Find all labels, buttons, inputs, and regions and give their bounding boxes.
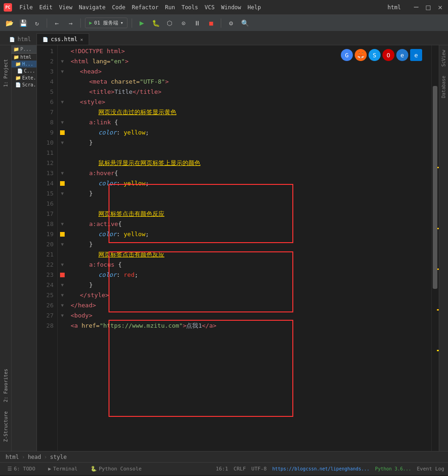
menu-vcs[interactable]: VCS (205, 4, 215, 11)
browser-icons: G 🦊 S O e e (341, 49, 422, 61)
close-button[interactable]: ✕ (436, 3, 444, 12)
tree-item-h[interactable]: 📁H... (12, 61, 36, 67)
project-dropdown[interactable]: ▶ 01 服务端 ▾ (85, 18, 127, 28)
code-line-11 (71, 148, 431, 158)
code-editor[interactable]: G 🦊 S O e e 1 2 3 4 5 6 7 8 9 (37, 45, 431, 451)
menu-help[interactable]: Help (248, 4, 261, 11)
code-line-28: <a href="https://www.mzitu.com">点我1</a> (71, 321, 431, 331)
event-log[interactable]: Event Log (417, 466, 444, 472)
gutter-8[interactable]: ▼ (58, 117, 67, 128)
terminal-tab[interactable]: ▶ Terminal (44, 464, 81, 473)
breadcrumb-head[interactable]: head (28, 454, 41, 460)
code-line-6: <style> (71, 97, 431, 107)
ln-17: 17 (37, 209, 54, 219)
profile-button[interactable]: ⊙ (178, 18, 189, 29)
save-button[interactable]: 💾 (18, 18, 29, 29)
sidebar-project-tab[interactable]: 1: Project (2, 55, 9, 92)
menu-window[interactable]: Window (221, 4, 241, 11)
project-panel: 📁 P... 📁html 📁H... 📄C... 📁Exte... 📄Scra.… (12, 45, 37, 451)
gutter: ▼ ▼ ▼ ▼ ▼ ▼ ▼ ▼ (58, 45, 67, 451)
gutter-9 (58, 128, 67, 138)
vertical-scrollbar-thumb[interactable] (433, 86, 437, 289)
tab-css-html[interactable]: 📄 css.html ✕ (36, 33, 89, 45)
opera-icon[interactable]: O (382, 49, 394, 61)
code-content[interactable]: <!DOCTYPE html> <html lang="en"> <head> … (67, 45, 431, 451)
gutter-13[interactable]: ▼ (58, 168, 67, 178)
menu-view[interactable]: View (59, 4, 73, 11)
minimap-scrollbar (431, 45, 439, 451)
ln-18: 18 (37, 219, 54, 229)
ie-icon[interactable]: e (396, 49, 408, 61)
coverage-button[interactable]: ⬡ (164, 18, 175, 29)
line-numbers: 1 2 3 4 5 6 7 8 9 10 11 12 13 14 15 16 1 (37, 45, 58, 451)
scview-tab[interactable]: ScView (440, 45, 447, 71)
gutter-25[interactable]: ▼ (58, 290, 67, 300)
ln-24: 24 (37, 280, 54, 290)
tree-item-scr[interactable]: 📄Scra... (12, 81, 36, 88)
tree-item-html[interactable]: 📁html (12, 54, 36, 61)
gutter-5 (58, 87, 67, 97)
run-button[interactable]: ▶ (136, 18, 147, 29)
gutter-22[interactable]: ▼ (58, 260, 67, 270)
ln-20: 20 (37, 239, 54, 250)
database-tab[interactable]: Database (440, 71, 447, 103)
stop-button[interactable]: ■ (206, 18, 217, 29)
tab-html[interactable]: 📄 html (4, 33, 36, 45)
breadcrumb-html[interactable]: html (6, 454, 19, 460)
code-line-14: color: yellow; (71, 178, 431, 189)
gutter-20[interactable]: ▼ (58, 239, 67, 250)
refresh-button[interactable]: ↻ (31, 18, 42, 29)
breadcrumb-style[interactable]: style (50, 454, 67, 460)
gutter-27[interactable]: ▼ (58, 311, 67, 321)
project-title: P... (20, 47, 31, 52)
ln-14: 14 (37, 178, 54, 189)
safari-icon[interactable]: S (369, 49, 381, 61)
sidebar-structure-tab[interactable]: Z-Structure (2, 407, 9, 446)
editor-wrapper: G 🦊 S O e e 1 2 3 4 5 6 7 8 9 (37, 45, 448, 451)
gutter-24[interactable]: ▼ (58, 280, 67, 290)
open-folder-button[interactable]: 📂 (4, 18, 15, 29)
forward-button[interactable]: → (65, 18, 76, 29)
search-button[interactable]: 🔍 (239, 18, 250, 29)
ln-11: 11 (37, 148, 54, 158)
ln-9: 9 (37, 128, 54, 138)
gutter-3[interactable]: ▼ (58, 67, 67, 77)
menu-navigate[interactable]: Navigate (79, 4, 106, 11)
gutter-21 (58, 250, 67, 260)
settings-button[interactable]: ⚙ (225, 18, 236, 29)
menu-run[interactable]: Run (165, 4, 175, 11)
edge-icon[interactable]: e (410, 49, 422, 61)
gutter-18[interactable]: ▼ (58, 219, 67, 229)
gutter-26[interactable]: ▼ (58, 300, 67, 311)
maximize-button[interactable]: □ (424, 3, 432, 12)
back-button[interactable]: ← (51, 18, 62, 29)
tree-item-c[interactable]: 📄C... (12, 67, 36, 74)
menu-file[interactable]: File (19, 4, 33, 11)
menu-edit[interactable]: Edit (39, 4, 53, 11)
code-line-5: <title>Title</title> (71, 87, 431, 97)
gutter-15[interactable]: ▼ (58, 189, 67, 199)
menu-refactor[interactable]: Refactor (132, 4, 158, 11)
left-sidebar-strip: 1: Project 2: Favorites Z-Structure (0, 45, 12, 451)
tree-item-ext[interactable]: 📁Exte... (12, 74, 36, 81)
menu-tools[interactable]: Tools (182, 4, 198, 11)
todo-tab[interactable]: ☰ 6: TODO (4, 464, 39, 473)
menu-code[interactable]: Code (112, 4, 126, 11)
suspend-button[interactable]: ⏸ (192, 18, 203, 29)
python-console-tab[interactable]: 🐍 Python Console (87, 464, 145, 473)
debug-button[interactable]: 🐛 (150, 18, 161, 29)
chrome-icon[interactable]: G (341, 49, 353, 61)
scroll-marker-4 (437, 309, 439, 311)
gutter-2[interactable]: ▼ (58, 56, 67, 67)
main-area: 1: Project 2: Favorites Z-Structure 📁 P.… (0, 45, 448, 451)
gutter-10[interactable]: ▼ (58, 138, 67, 148)
code-line-12: 鼠标悬浮显示在网页标签上显示的颜色 (71, 158, 431, 168)
gutter-6[interactable]: ▼ (58, 97, 67, 107)
ln-15: 15 (37, 189, 54, 199)
sidebar-favorites-tab[interactable]: 2: Favorites (2, 364, 9, 407)
tab-close-button[interactable]: ✕ (80, 37, 83, 42)
app-logo: PC (4, 3, 12, 12)
firefox-icon[interactable]: 🦊 (355, 49, 367, 61)
gutter-7 (58, 107, 67, 117)
minimize-button[interactable]: ─ (412, 3, 420, 12)
